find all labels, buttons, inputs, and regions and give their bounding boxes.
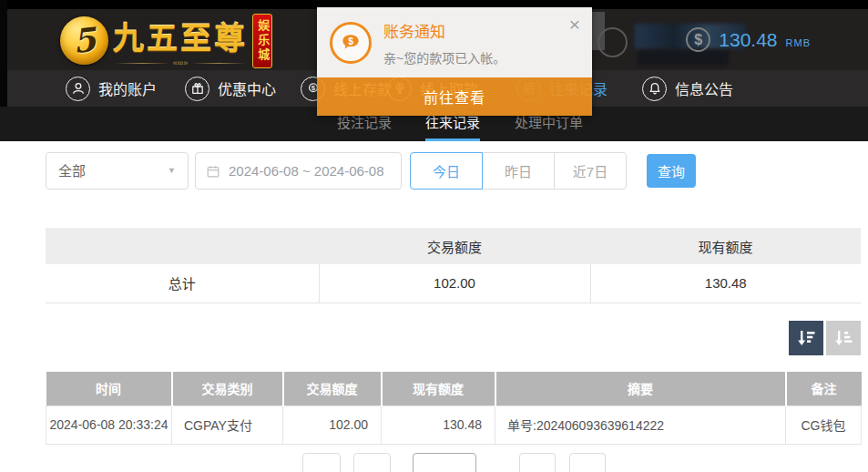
col-time: 时间	[46, 372, 172, 405]
cell-type: CGPAY支付	[172, 405, 283, 444]
summary-total-transaction: 102.00	[319, 264, 590, 303]
sort-descending-icon	[795, 327, 817, 349]
cell-balance: 130.48	[382, 405, 495, 444]
cell-remark: CG钱包	[786, 405, 862, 444]
content-area: 全部 ▼ 2024-06-08 ~ 2024-06-08 今日 昨日 近7日 查…	[0, 141, 868, 472]
today-button[interactable]: 今日	[410, 152, 483, 190]
sort-controls	[789, 321, 861, 355]
user-icon	[66, 77, 90, 101]
pagination-current-page[interactable]	[413, 453, 476, 472]
nav-label: 信息公告	[675, 77, 733, 99]
nav-label: 优惠中心	[218, 77, 276, 99]
caret-down-icon: ▼	[168, 153, 176, 189]
money-speech-bubble-icon: $	[330, 22, 372, 64]
nav-item-promotions[interactable]: 优惠中心	[185, 70, 276, 107]
logo-coin-icon: 5	[60, 16, 108, 65]
sort-descending-button[interactable]	[789, 321, 823, 355]
balance-currency: RMB	[786, 37, 811, 48]
censored-subtext	[637, 50, 730, 66]
cell-time: 2024-06-08 20:33:24	[46, 405, 172, 444]
balance-amount: 130.48	[719, 29, 777, 51]
date-range-input[interactable]: 2024-06-08 ~ 2024-06-08	[195, 152, 402, 190]
pagination-button[interactable]	[519, 453, 556, 472]
summary-header-empty	[46, 228, 319, 264]
gift-icon	[185, 77, 209, 101]
category-select[interactable]: 全部 ▼	[46, 152, 189, 190]
table-row: 2024-06-08 20:33:24 CGPAY支付 102.00 130.4…	[46, 405, 862, 444]
svg-text:$: $	[348, 36, 353, 46]
col-balance: 现有额度	[382, 372, 495, 405]
col-type: 交易类别	[172, 372, 283, 405]
cell-summary: 单号:202406093639614222	[495, 405, 786, 444]
logo-symbol: 5	[71, 20, 97, 60]
app-window: 5 九五至尊 «∞» 娱乐城 $ 130.48 RMB	[0, 0, 868, 472]
avatar	[597, 27, 628, 57]
quick-range-group: 今日 昨日 近7日	[410, 152, 627, 190]
svg-text:$: $	[311, 84, 315, 92]
logo-flourish: «∞»	[115, 59, 246, 67]
nav-label: 我的账户	[98, 77, 157, 99]
summary-total-balance: 130.48	[590, 264, 861, 303]
summary-header-transaction: 交易额度	[319, 228, 590, 264]
yesterday-button[interactable]: 昨日	[482, 152, 555, 190]
sort-ascending-icon	[832, 327, 854, 349]
summary-header-balance: 现有额度	[590, 228, 861, 264]
col-remark: 备注	[786, 372, 862, 405]
dollar-circle-icon: $	[686, 27, 710, 52]
pagination-button[interactable]	[569, 453, 606, 472]
account-notification-toast: $ 账务通知 亲~您的款项已入帐。 × 前往查看	[317, 7, 592, 116]
left-black-edge	[0, 0, 7, 107]
bell-icon	[642, 77, 667, 101]
logo-badge: 娱乐城	[252, 14, 272, 68]
calendar-icon	[206, 164, 220, 179]
cell-amount: 102.00	[283, 405, 382, 444]
last7days-button[interactable]: 近7日	[554, 152, 627, 190]
search-button[interactable]: 查询	[647, 154, 696, 188]
summary-table: 交易额度 现有额度 总计 102.00 130.48	[46, 228, 861, 303]
date-range-value: 2024-06-08 ~ 2024-06-08	[229, 163, 384, 179]
site-logo[interactable]: 5 九五至尊 «∞» 娱乐城	[60, 12, 272, 68]
nav-item-announcements[interactable]: 信息公告	[642, 70, 733, 107]
records-header-row: 时间 交易类别 交易额度 现有额度 摘要 备注	[46, 372, 862, 405]
pagination-button[interactable]	[302, 453, 341, 472]
summary-total-label: 总计	[46, 264, 319, 303]
balance-display: $ 130.48 RMB	[686, 27, 811, 52]
summary-header-row: 交易额度 现有额度	[46, 228, 861, 264]
logo-title: 九五至尊	[113, 14, 248, 58]
col-summary: 摘要	[495, 372, 786, 405]
pagination-button[interactable]	[353, 453, 391, 472]
toast-message: 亲~您的款项已入帐。	[383, 48, 505, 67]
close-icon[interactable]: ×	[569, 15, 580, 34]
go-view-button[interactable]: 前往查看	[317, 77, 592, 116]
col-amount: 交易额度	[283, 372, 382, 405]
summary-total-row: 总计 102.00 130.48	[46, 264, 861, 303]
nav-item-my-account[interactable]: 我的账户	[66, 70, 157, 107]
sort-ascending-button[interactable]	[826, 321, 861, 355]
category-select-value: 全部	[58, 163, 86, 179]
toast-title: 账务通知	[383, 19, 505, 42]
records-table: 时间 交易类别 交易额度 现有额度 摘要 备注 2024-06-08 20:33…	[46, 372, 862, 445]
